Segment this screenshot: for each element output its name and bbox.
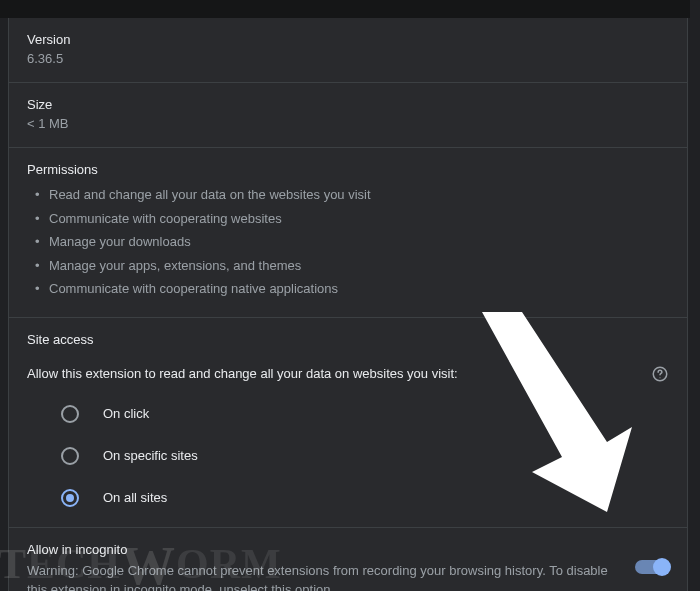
radio-icon xyxy=(61,447,79,465)
permissions-label: Permissions xyxy=(27,162,669,177)
site-access-description: Allow this extension to read and change … xyxy=(27,366,458,381)
watermark-text: TECHWORM xyxy=(0,535,282,591)
incognito-toggle[interactable] xyxy=(635,560,669,574)
permission-item: Communicate with cooperating websites xyxy=(27,207,669,231)
size-label: Size xyxy=(27,97,669,112)
radio-icon xyxy=(61,405,79,423)
svg-point-1 xyxy=(659,377,660,378)
window-titlebar xyxy=(0,0,690,18)
site-access-option-specific-sites[interactable]: On specific sites xyxy=(61,435,669,477)
site-access-label: Site access xyxy=(27,332,669,347)
radio-label: On all sites xyxy=(103,490,167,505)
permission-item: Manage your apps, extensions, and themes xyxy=(27,254,669,278)
extension-detail-panel: Version 6.36.5 Size < 1 MB Permissions R… xyxy=(8,18,688,591)
radio-icon xyxy=(61,489,79,507)
permission-item: Read and change all your data on the web… xyxy=(27,183,669,207)
version-value: 6.36.5 xyxy=(27,51,669,66)
radio-label: On specific sites xyxy=(103,448,198,463)
site-access-option-all-sites[interactable]: On all sites xyxy=(61,477,669,519)
size-section: Size < 1 MB xyxy=(9,83,687,148)
help-icon[interactable] xyxy=(651,365,669,383)
site-access-section: Site access Allow this extension to read… xyxy=(9,318,687,528)
permissions-list: Read and change all your data on the web… xyxy=(27,183,669,301)
permission-item: Communicate with cooperating native appl… xyxy=(27,277,669,301)
size-value: < 1 MB xyxy=(27,116,669,131)
version-label: Version xyxy=(27,32,669,47)
radio-label: On click xyxy=(103,406,149,421)
permission-item: Manage your downloads xyxy=(27,230,669,254)
version-section: Version 6.36.5 xyxy=(9,18,687,83)
site-access-option-on-click[interactable]: On click xyxy=(61,393,669,435)
permissions-section: Permissions Read and change all your dat… xyxy=(9,148,687,318)
site-access-radio-group: On click On specific sites On all sites xyxy=(27,393,669,519)
